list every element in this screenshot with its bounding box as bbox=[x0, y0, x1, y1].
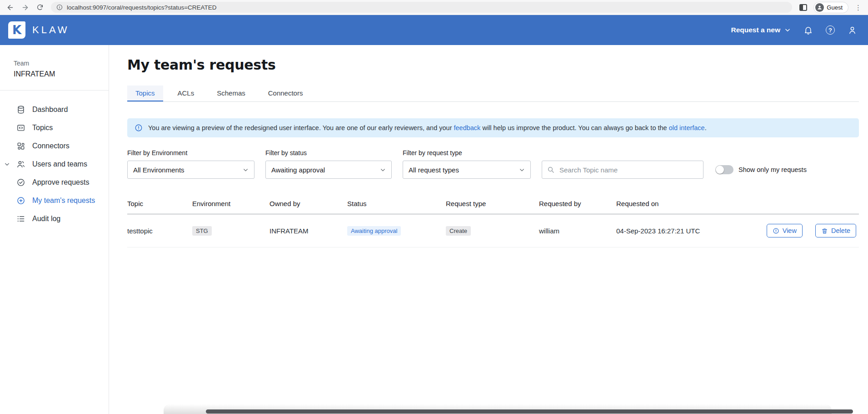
feedback-link[interactable]: feedback bbox=[454, 124, 481, 131]
filters-bar: Filter by Environment All Environments F… bbox=[127, 149, 859, 179]
banner-text-part: You are viewing a preview of the redesig… bbox=[148, 124, 454, 131]
request-a-new-label: Request a new bbox=[731, 26, 780, 34]
klaw-logo[interactable]: K KLAW bbox=[8, 21, 70, 39]
search-input[interactable] bbox=[559, 166, 698, 174]
environment-badge: STG bbox=[192, 226, 212, 236]
status-badge: Awaiting approval bbox=[347, 226, 401, 236]
app-header: K KLAW Request a new ? bbox=[0, 15, 868, 45]
database-icon bbox=[16, 105, 25, 114]
column-header-request-type: Request type bbox=[446, 200, 539, 214]
environment-select-value: All Environments bbox=[133, 166, 185, 174]
toggle-label: Show only my requests bbox=[738, 166, 807, 173]
main-content: My team's requests Topics ACLs Schemas C… bbox=[109, 45, 868, 414]
sidebar-item-label: My team's requests bbox=[32, 197, 95, 205]
connectors-grid-icon bbox=[16, 141, 25, 151]
info-circle-icon bbox=[773, 227, 779, 234]
column-header-requested-on: Requested on bbox=[616, 200, 765, 214]
trash-icon bbox=[821, 227, 828, 234]
side-panel-icon[interactable] bbox=[799, 4, 807, 11]
delete-button-label: Delete bbox=[831, 227, 850, 234]
sidebar-item-audit-log[interactable]: Audit log bbox=[0, 210, 109, 228]
users-icon bbox=[16, 160, 25, 169]
old-interface-link[interactable]: old interface bbox=[669, 124, 705, 131]
request-type-tabs: Topics ACLs Schemas Connectors bbox=[127, 86, 859, 102]
environment-filter-label: Filter by Environment bbox=[127, 149, 254, 157]
request-type-select-value: All request types bbox=[409, 166, 459, 174]
sidebar-item-users-and-teams[interactable]: Users and teams bbox=[0, 155, 109, 173]
sidebar-item-label: Audit log bbox=[32, 215, 60, 223]
request-a-new-button[interactable]: Request a new bbox=[731, 26, 791, 34]
plus-circle-icon bbox=[16, 196, 25, 205]
sidebar: Team INFRATEAM Dashboard Topics Connec bbox=[0, 45, 109, 414]
view-button[interactable]: View bbox=[767, 224, 803, 237]
info-icon bbox=[135, 124, 143, 132]
horizontal-scrollbar-thumb[interactable] bbox=[206, 409, 853, 414]
search-icon bbox=[547, 166, 554, 173]
table-row: testtopic STG INFRATEAM Awaiting approva… bbox=[127, 214, 859, 247]
cell-requested-on: 04-Sep-2023 16:27:21 UTC bbox=[616, 214, 765, 247]
table-header-row: Topic Environment Owned by Status Reques… bbox=[127, 200, 859, 214]
tab-topics[interactable]: Topics bbox=[127, 86, 163, 101]
browser-back-icon[interactable] bbox=[6, 4, 14, 11]
request-type-badge: Create bbox=[446, 226, 471, 236]
sidebar-item-connectors[interactable]: Connectors bbox=[0, 137, 109, 155]
klaw-logo-icon: K bbox=[8, 21, 25, 39]
browser-menu-icon[interactable]: ⋮ bbox=[855, 4, 862, 11]
chevron-down-icon bbox=[519, 167, 525, 173]
delete-button[interactable]: Delete bbox=[815, 224, 856, 237]
banner-text-part: will help us improve the product. You ca… bbox=[480, 124, 668, 131]
address-bar[interactable]: localhost:9097/coral/requests/topics?sta… bbox=[51, 2, 792, 13]
sidebar-item-approve-requests[interactable]: Approve requests bbox=[0, 173, 109, 192]
status-select[interactable]: Awaiting approval bbox=[265, 161, 392, 179]
chevron-down-icon bbox=[784, 27, 791, 33]
sidebar-item-label: Connectors bbox=[32, 142, 70, 150]
tab-schemas[interactable]: Schemas bbox=[209, 86, 254, 101]
cell-requested-by: william bbox=[539, 214, 616, 247]
tab-connectors[interactable]: Connectors bbox=[260, 86, 311, 101]
sidebar-item-dashboard[interactable]: Dashboard bbox=[0, 101, 109, 119]
column-header-topic: Topic bbox=[127, 200, 192, 214]
profile-avatar-icon bbox=[815, 3, 824, 12]
my-requests-toggle-wrap: Show only my requests bbox=[715, 165, 807, 174]
profile-name: Guest bbox=[827, 4, 843, 11]
sidebar-item-label: Users and teams bbox=[32, 160, 87, 168]
list-icon bbox=[16, 214, 25, 223]
status-filter-label: Filter by status bbox=[265, 149, 392, 157]
sidebar-item-topics[interactable]: Topics bbox=[0, 119, 109, 137]
cell-topic: testtopic bbox=[127, 214, 192, 247]
team-name: INFRATEAM bbox=[14, 70, 95, 78]
klaw-logo-text: KLAW bbox=[32, 24, 70, 36]
requests-table: Topic Environment Owned by Status Reques… bbox=[127, 200, 859, 247]
environment-select[interactable]: All Environments bbox=[127, 161, 254, 179]
topic-search-box bbox=[542, 161, 703, 179]
browser-controls: Guest ⋮ bbox=[799, 2, 862, 13]
site-info-icon[interactable] bbox=[56, 4, 63, 10]
show-only-my-requests-toggle[interactable] bbox=[715, 165, 733, 174]
status-select-value: Awaiting approval bbox=[271, 166, 325, 174]
notifications-bell-icon[interactable] bbox=[803, 25, 813, 35]
user-profile-icon[interactable] bbox=[848, 25, 857, 35]
column-header-owned-by: Owned by bbox=[269, 200, 347, 214]
browser-forward-icon[interactable] bbox=[21, 4, 29, 11]
column-header-requested-by: Requested by bbox=[539, 200, 616, 214]
view-button-label: View bbox=[783, 227, 797, 234]
column-header-environment: Environment bbox=[192, 200, 269, 214]
banner-text-part: . bbox=[705, 124, 707, 131]
browser-profile-chip[interactable]: Guest bbox=[813, 2, 848, 13]
browser-reload-icon[interactable] bbox=[36, 4, 44, 11]
chevron-down-icon bbox=[243, 167, 249, 173]
cell-owned-by: INFRATEAM bbox=[269, 214, 347, 247]
tab-acls[interactable]: ACLs bbox=[170, 86, 203, 101]
check-circle-icon bbox=[16, 178, 25, 187]
request-type-select[interactable]: All request types bbox=[403, 161, 531, 179]
column-header-status: Status bbox=[347, 200, 446, 214]
request-type-filter-label: Filter by request type bbox=[403, 149, 531, 157]
page-title: My team's requests bbox=[127, 57, 859, 73]
chevron-down-icon[interactable] bbox=[4, 162, 10, 167]
sidebar-item-label: Dashboard bbox=[32, 106, 68, 114]
code-box-icon bbox=[16, 123, 25, 132]
sidebar-item-label: Topics bbox=[32, 124, 53, 132]
help-icon[interactable]: ? bbox=[826, 25, 835, 35]
sidebar-item-my-teams-requests[interactable]: My team's requests bbox=[0, 192, 109, 210]
url-text: localhost:9097/coral/requests/topics?sta… bbox=[67, 4, 217, 11]
